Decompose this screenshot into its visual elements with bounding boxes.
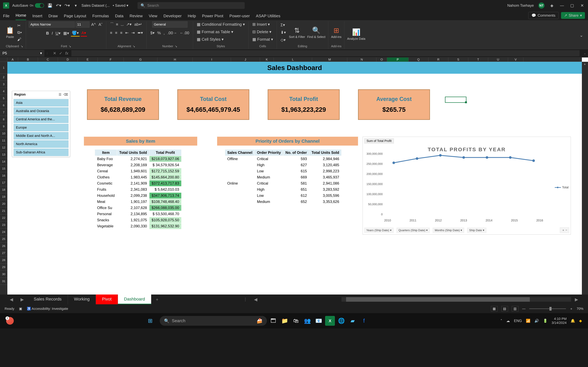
- horizontal-scrollbar[interactable]: [341, 297, 571, 302]
- redo-icon[interactable]: ↷▾: [64, 3, 70, 8]
- prev-sheet-icon[interactable]: ◀: [6, 297, 17, 302]
- row-header-4[interactable]: 4: [0, 88, 7, 95]
- selected-cell[interactable]: [445, 97, 467, 103]
- app-generic-icon[interactable]: ▰: [348, 316, 358, 326]
- table-row[interactable]: Office Su2,107,628$266,088,035.00: [95, 205, 181, 211]
- decrease-indent-icon[interactable]: ⇤: [124, 30, 130, 36]
- col-header-S[interactable]: S: [448, 58, 468, 62]
- align-left-icon[interactable]: ≡: [109, 30, 113, 36]
- col-header-P[interactable]: P: [387, 58, 408, 62]
- col-header-F[interactable]: F: [98, 58, 124, 62]
- chart-filter-button[interactable]: Quarters (Ship Date) ▾: [397, 228, 430, 233]
- save-icon[interactable]: 💾: [47, 3, 53, 8]
- tab-view[interactable]: View: [149, 14, 157, 20]
- formula-bar[interactable]: [71, 50, 579, 56]
- teams-icon[interactable]: 👥: [303, 316, 312, 326]
- autosave-toggle[interactable]: AutoSave On: [12, 3, 44, 8]
- dialog-launcher-icon[interactable]: ↘: [69, 44, 71, 48]
- tab-page-layout[interactable]: Page Layout: [64, 14, 86, 20]
- cell-styles-button[interactable]: ▦ Cell Styles ▾: [196, 36, 225, 42]
- comma-icon[interactable]: ,: [163, 30, 165, 36]
- battery-icon[interactable]: 🔋: [543, 319, 548, 323]
- vertical-scrollbar[interactable]: [582, 62, 588, 294]
- file-explorer-icon[interactable]: 📁: [280, 316, 290, 326]
- row-header-29[interactable]: 29: [0, 264, 7, 271]
- search-box[interactable]: 🔍 Search: [138, 2, 245, 9]
- row-header-5[interactable]: 5: [0, 95, 7, 102]
- select-all-corner[interactable]: [0, 58, 7, 62]
- row-header-31[interactable]: 31: [0, 278, 7, 285]
- row-header-20[interactable]: 20: [0, 200, 7, 207]
- document-name[interactable]: Sales Dataset (...: [81, 3, 110, 8]
- clock[interactable]: 4:10 PM 3/14/2024: [552, 317, 567, 325]
- merge-center-icon[interactable]: ⬌▾: [137, 30, 144, 36]
- qat-more-icon[interactable]: ▾: [73, 3, 78, 8]
- table-row[interactable]: OnlineCritical5812,941,086: [225, 180, 341, 186]
- slicer-item[interactable]: Middle East and North A...: [14, 132, 69, 140]
- task-view-icon[interactable]: 🗔: [268, 316, 278, 326]
- row-header-16[interactable]: 16: [0, 172, 7, 179]
- decrease-font-icon[interactable]: Aˇ: [97, 22, 103, 27]
- copy-icon[interactable]: ⧉▾: [16, 30, 23, 35]
- sort-filter-button[interactable]: ⇅Sort & Filter: [289, 26, 305, 39]
- tab-insert[interactable]: Insert: [32, 14, 42, 20]
- close-icon[interactable]: ✕: [579, 3, 585, 8]
- copilot-badge-icon[interactable]: [6, 317, 14, 325]
- dialog-launcher-icon[interactable]: ↘: [133, 44, 135, 48]
- sheet-tab[interactable]: Pivot: [96, 294, 118, 304]
- table-row[interactable]: Medium6523,353,626: [225, 199, 341, 205]
- share-button[interactable]: ↗ Share ▾: [561, 12, 585, 19]
- row-header-23[interactable]: 23: [0, 221, 7, 228]
- row-header-21[interactable]: 21: [0, 207, 7, 214]
- col-header-E[interactable]: E: [78, 58, 98, 62]
- col-header-G[interactable]: G: [124, 58, 157, 62]
- tab-developer[interactable]: Developer: [163, 14, 182, 20]
- tab-draw[interactable]: Draw: [48, 14, 58, 20]
- format-as-table-button[interactable]: ▦ Format as Table ▾: [196, 29, 234, 35]
- save-status[interactable]: • Saved ▾: [113, 3, 128, 8]
- accessibility-status[interactable]: ♿ Accessibility: Investigate: [27, 307, 68, 311]
- format-painter-icon[interactable]: 🖌: [16, 36, 23, 42]
- row-header-8[interactable]: 8: [0, 116, 7, 123]
- table-row[interactable]: Household2,099,238$347,906,713.74: [95, 193, 181, 199]
- table-row[interactable]: Cosmetic2,141,909$372,413,717.83: [95, 180, 181, 186]
- row-header-14[interactable]: 14: [0, 158, 7, 165]
- col-header-A[interactable]: A: [7, 58, 18, 62]
- insert-cells-button[interactable]: ⊞ Insert ▾: [251, 21, 271, 27]
- scroll-left-icon[interactable]: ◀: [250, 297, 261, 302]
- table-row[interactable]: Beverage2,208,169$ 34,579,926.54: [95, 162, 181, 168]
- chart-expand-icon[interactable]: ＋ −: [560, 227, 569, 233]
- row-header-18[interactable]: 18: [0, 186, 7, 193]
- table-row[interactable]: Cereal1,949,601$172,715,152.59: [95, 168, 181, 174]
- row-header-1[interactable]: 1: [0, 62, 7, 74]
- cloud-icon[interactable]: ☁: [506, 319, 510, 323]
- app-store-icon[interactable]: 🛍: [291, 316, 301, 326]
- align-middle-icon[interactable]: ≡: [115, 21, 119, 27]
- priority-orders-table[interactable]: Sales ChannelOrder PriorityNo. of OrderT…: [225, 149, 342, 205]
- row-header-17[interactable]: 17: [0, 179, 7, 186]
- row-header-10[interactable]: 10: [0, 130, 7, 137]
- conditional-formatting-button[interactable]: ▦ Conditional Formatting ▾: [196, 21, 246, 27]
- restore-icon[interactable]: ▢: [569, 3, 575, 8]
- chart-filter-button[interactable]: Years (Ship Date) ▾: [364, 228, 394, 233]
- table-row[interactable]: Vegetable2,090,330$131,962,532.90: [95, 223, 181, 229]
- slicer-item[interactable]: Asia: [14, 99, 69, 106]
- wifi-icon[interactable]: 📶: [526, 319, 530, 323]
- autosum-icon[interactable]: Σ▾: [280, 22, 287, 28]
- tab-power-pivot[interactable]: Power Pivot: [202, 14, 223, 20]
- region-slicer[interactable]: Region ☰ ⌫ AsiaAustralia and OceaniaCent…: [12, 91, 70, 157]
- table-row[interactable]: Medium6693,465,937: [225, 174, 341, 180]
- align-bottom-icon[interactable]: ⎵: [120, 21, 124, 27]
- sheet-canvas[interactable]: Sales Dashboard Region ☰ ⌫ AsiaAustralia…: [7, 62, 582, 294]
- cancel-formula-icon[interactable]: ✕: [53, 51, 56, 56]
- tab-review[interactable]: Review: [130, 14, 143, 20]
- profits-by-year-chart[interactable]: Sum of Total Profit TOTAL PROFITS BY YEA…: [363, 137, 571, 234]
- row-header-25[interactable]: 25: [0, 235, 7, 242]
- multi-select-icon[interactable]: ☰: [59, 93, 61, 96]
- enter-formula-icon[interactable]: ✓: [59, 51, 62, 56]
- row-header-26[interactable]: 26: [0, 242, 7, 250]
- language-icon[interactable]: ENG: [514, 319, 522, 323]
- row-headers[interactable]: 1234567891011121314151617181920212223242…: [0, 62, 7, 294]
- col-header-C[interactable]: C: [38, 58, 58, 62]
- col-header-L[interactable]: L: [274, 58, 312, 62]
